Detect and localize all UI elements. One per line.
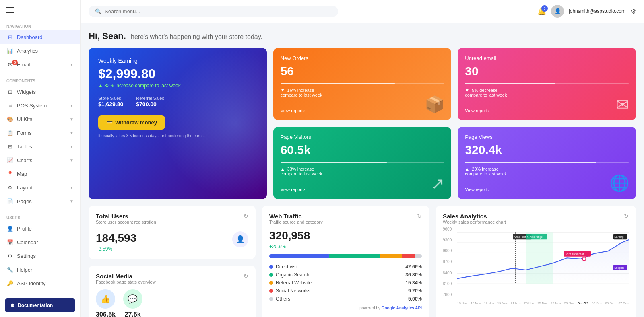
traffic-item-others: Others 5.00% — [269, 296, 422, 302]
sidebar-item-pos[interactable]: 🖥 POS System ▼ — [0, 99, 80, 112]
notification-button[interactable]: 🔔 3 — [537, 7, 546, 16]
sidebar-item-dashboard[interactable]: ⊞ Dashboard — [0, 30, 80, 44]
sidebar-item-settings[interactable]: ⚙ Settings — [0, 249, 80, 263]
total-users-refresh-icon[interactable]: ↻ — [244, 213, 248, 219]
page-visitors-view-link[interactable]: View report › — [281, 187, 444, 192]
sidebar-item-uikits[interactable]: 🎨 UI Kits ▼ — [0, 112, 80, 126]
page-views-decor-icon: 🌐 — [609, 174, 630, 193]
social-media-refresh-icon[interactable]: ↻ — [244, 273, 248, 279]
sales-chart-svg: Anno Test X-Axis range Point Annotation … — [457, 227, 629, 299]
likes-stat: 👍 306.5k Likes — [96, 289, 116, 317]
avatar-placeholder: 👤 — [554, 8, 561, 14]
sidebar-item-email[interactable]: ✉ 6 Email ▼ — [0, 58, 80, 71]
sales-analytics-refresh-icon[interactable]: ↻ — [624, 213, 629, 219]
comments-stat: 💬 27.5k Comments — [122, 289, 143, 317]
topbar: 🔍 🔔 3 👤 johnsmith@aspstudio.com ⚙ — [80, 0, 644, 23]
total-users-value: 184,593 — [96, 232, 136, 245]
x-axis-range-label: X-Axis range — [527, 235, 543, 239]
page-visitors-decor-icon: ↗ — [431, 174, 445, 193]
anno-test-label: Anno Test — [514, 235, 526, 238]
sidebar-item-analytics[interactable]: 📊 Analytics — [0, 44, 80, 58]
users-section-label: Users — [0, 212, 80, 222]
widgets-icon: ⊡ — [6, 88, 14, 95]
tables-icon: ⊞ — [6, 143, 14, 150]
traffic-segment-direct — [269, 254, 329, 258]
avatar: 👤 — [551, 5, 564, 18]
search-input[interactable] — [105, 8, 332, 14]
unread-email-view-link[interactable]: View report › — [465, 108, 629, 113]
sidebar-bottom: ⊕ Documentation — [0, 294, 80, 317]
topbar-settings-icon[interactable]: ⚙ — [630, 8, 636, 15]
earning-label: Earning — [614, 235, 624, 239]
sidebar-item-helper[interactable]: 🔧 Helper — [0, 263, 80, 276]
point-annotation-label: Point Annotation — [565, 253, 585, 255]
referral-dot — [269, 281, 273, 285]
social-stats: 👍 306.5k Likes 💬 27.5k Comments — [96, 289, 248, 317]
charts-icon: 📈 — [6, 156, 14, 164]
web-traffic-refresh-icon[interactable]: ↻ — [417, 213, 422, 219]
sidebar-item-pages[interactable]: 📄 Pages ▼ — [0, 194, 80, 208]
chart-point-annotation — [582, 257, 586, 261]
x-axis-labels: 13 Nov 15 Nov 17 Nov 19 Nov 21 Nov 23 No… — [457, 301, 629, 305]
sidebar-item-layout[interactable]: ⚙ Layout ▼ — [0, 181, 80, 194]
traffic-item-social: Social Networks 9.20% — [269, 288, 422, 294]
profile-icon: 👤 — [6, 225, 14, 232]
comments-icon: 💬 — [123, 289, 142, 309]
sidebar-item-forms[interactable]: 📋 Forms ▼ — [0, 126, 80, 140]
others-dot — [269, 297, 273, 301]
total-users-card: Total Users Store user account registrat… — [89, 206, 256, 259]
traffic-item-referral: Referral Website 15.34% — [269, 280, 422, 286]
store-sales-stat: Store Sales $1,629.80 — [98, 95, 123, 107]
new-orders-view-link[interactable]: View report › — [281, 108, 444, 113]
user-email: johnsmith@aspstudio.com — [569, 8, 625, 14]
total-users-change: +3.59% — [96, 246, 136, 252]
sidebar-item-asp-identity[interactable]: 🔑 ASP Identity — [0, 276, 80, 290]
total-users-header: Total Users Store user account registrat… — [96, 213, 248, 224]
top-stats-grid: Weekly Earning $2,999.80 ▲ 32% increase … — [89, 48, 636, 199]
documentation-button[interactable]: ⊕ Documentation — [5, 298, 75, 312]
email-badge: 6 — [12, 60, 18, 65]
direct-dot — [269, 265, 273, 269]
page-views-card: Page Views 320.4k ▲ 20% increase compare… — [458, 127, 636, 199]
social-media-subtitle: Facebook page stats overview — [96, 280, 156, 284]
traffic-item-organic: Organic Search 36.80% — [269, 272, 422, 278]
hamburger-icon[interactable] — [6, 7, 14, 13]
components-section-label: Components — [0, 75, 80, 85]
page-views-view-link[interactable]: View report › — [465, 187, 629, 192]
total-users-subtitle: Store user account registration — [96, 220, 156, 224]
calendar-icon: 📅 — [6, 239, 14, 246]
notification-badge: 3 — [541, 5, 548, 12]
sidebar-item-calendar[interactable]: 📅 Calendar — [0, 235, 80, 249]
sidebar-item-tables[interactable]: ⊞ Tables ▼ — [0, 140, 80, 153]
bottom-grid: Total Users Store user account registrat… — [89, 206, 636, 317]
unread-email-decor-icon: ✉ — [616, 95, 630, 114]
sales-analytics-header: Sales Analytics Weekly sales performance… — [443, 213, 629, 224]
greeting: Hi, Sean. here's what's happening with y… — [89, 31, 636, 41]
sidebar-item-map[interactable]: 📍 Map — [0, 167, 80, 181]
web-traffic-value: 320,958 — [269, 229, 422, 242]
web-traffic-header: Web Traffic Traffic source and category … — [269, 213, 422, 224]
sidebar-item-widgets[interactable]: ⊡ Widgets — [0, 85, 80, 99]
greeting-subtitle: here's what's happening with your store … — [131, 33, 262, 40]
withdraw-button[interactable]: 💳 Withdraw money — [98, 115, 165, 130]
sidebar-item-charts[interactable]: 📈 Charts ▼ — [0, 153, 80, 167]
traffic-segment-organic — [329, 254, 380, 258]
sidebar-item-profile[interactable]: 👤 Profile — [0, 222, 80, 235]
web-traffic-change: +20.9% — [269, 244, 422, 249]
nav-section-label: Navigation — [0, 20, 80, 30]
unread-email-card: Unread email 30 ▼ 5% decrease compare to… — [458, 48, 636, 120]
doc-icon: ⊕ — [10, 303, 14, 308]
users-metric-row: 184,593 +3.59% 👤 — [96, 227, 248, 252]
traffic-list: Direct visit 42.66% Organic Search 36.80… — [269, 264, 422, 302]
web-traffic-card: Web Traffic Traffic source and category … — [262, 206, 429, 317]
search-box[interactable]: 🔍 — [89, 6, 338, 17]
page-visitors-card: Page Visitors 60.5k ▲ 33% increase compa… — [273, 127, 452, 199]
social-media-header: Social Media Facebook page stats overvie… — [96, 273, 248, 284]
forms-icon: 📋 — [6, 129, 14, 136]
sidebar: Navigation ⊞ Dashboard 📊 Analytics ✉ 6 E… — [0, 0, 80, 317]
users-avatar-icon: 👤 — [232, 231, 248, 247]
support-label: Support — [614, 266, 624, 270]
web-traffic-title: Web Traffic — [269, 213, 323, 220]
greeting-name: Hi, Sean. — [89, 31, 126, 41]
email-chevron-icon: ▼ — [70, 62, 74, 67]
